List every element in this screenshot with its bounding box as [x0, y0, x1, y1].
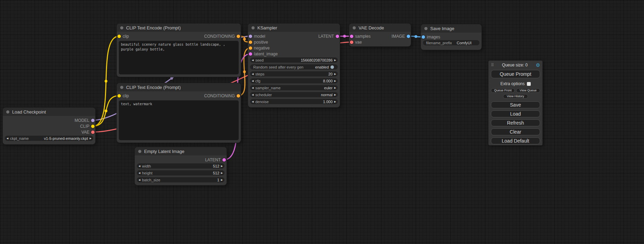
scheduler-widget[interactable]: ◀ scheduler normal ▶ [250, 92, 338, 97]
latent-output-port[interactable] [222, 158, 226, 162]
node-save-image[interactable]: Save Image images filename_prefix ComfyU… [421, 24, 482, 50]
decrement-arrow-icon[interactable]: ◀ [5, 137, 10, 140]
decrement-arrow-icon[interactable]: ◀ [250, 73, 255, 75]
clip-output-port[interactable] [91, 125, 95, 128]
decrement-arrow-icon[interactable]: ◀ [250, 59, 255, 62]
random-seed-toggle-widget[interactable]: Random seed after every gen enabled [250, 64, 338, 70]
sampler-name-widget[interactable]: ◀ sampler_name euler ▶ [250, 85, 338, 90]
samples-input-port[interactable] [350, 35, 353, 38]
node-vae-decode[interactable]: VAE Decode samples IMAGE vae [349, 24, 411, 46]
clip-input-port[interactable] [117, 94, 121, 98]
width-widget[interactable]: ◀ width 512 ▶ [137, 163, 224, 169]
latent-image-input-port[interactable] [249, 52, 252, 56]
widget-label: Random seed after every gen [253, 65, 303, 69]
node-header[interactable]: CLIP Text Encode (Prompt) [117, 83, 241, 91]
height-widget[interactable]: ◀ height 512 ▶ [137, 170, 224, 175]
increment-arrow-icon[interactable]: ▶ [219, 179, 224, 181]
slot-row: clip CONDITIONING [117, 33, 241, 39]
widget-value: v1-5-pruned-emaonly.ckpt [44, 136, 88, 141]
decrement-arrow-icon[interactable]: ◀ [137, 172, 142, 174]
node-header[interactable]: CLIP Text Encode (Prompt) [117, 24, 241, 32]
node-header[interactable]: Save Image [421, 24, 482, 33]
node-header[interactable]: KSampler [248, 24, 340, 32]
increment-arrow-icon[interactable]: ▶ [219, 172, 224, 174]
cfg-widget[interactable]: ◀ cfg 8.000 ▶ [250, 78, 338, 83]
denoise-widget[interactable]: ◀ denoise 1.000 ▶ [250, 99, 338, 104]
input-label: model [254, 34, 265, 39]
slot-row-positive: positive [248, 39, 340, 45]
widget-label: scheduler [255, 93, 272, 97]
vae-input-port[interactable] [350, 40, 353, 44]
conditioning-output-port[interactable] [237, 35, 240, 38]
node-clip-text-encode-negative[interactable]: CLIP Text Encode (Prompt) clip CONDITION… [117, 83, 241, 143]
batch-size-widget[interactable]: ◀ batch_size 1 ▶ [137, 177, 224, 182]
decrement-arrow-icon[interactable]: ◀ [250, 93, 255, 96]
input-label: vae [355, 40, 362, 45]
node-empty-latent-image[interactable]: Empty Latent Image LATENT ◀ width 512 ▶ … [135, 147, 227, 185]
negative-input-port[interactable] [249, 46, 252, 50]
positive-input-port[interactable] [249, 40, 252, 44]
latent-output-port[interactable] [336, 35, 339, 38]
queue-front-button[interactable]: Queue Front [491, 88, 515, 93]
negative-prompt-textarea[interactable]: text, watermark [119, 100, 239, 140]
vae-output-port[interactable] [91, 130, 95, 134]
decrement-arrow-icon[interactable]: ◀ [250, 87, 255, 89]
positive-prompt-textarea[interactable]: beautiful scenery nature glass bottle la… [119, 41, 239, 74]
collapse-dot-icon[interactable] [252, 26, 255, 29]
slot-row-model: model LATENT [248, 33, 340, 39]
clip-input-port[interactable] [117, 35, 121, 38]
output-label: CLIP [80, 124, 89, 129]
toggle-knob-icon[interactable] [330, 65, 334, 69]
refresh-button[interactable]: Refresh [491, 119, 540, 126]
load-button[interactable]: Load [491, 110, 540, 117]
extra-options-checkbox[interactable] [527, 82, 531, 86]
decrement-arrow-icon[interactable]: ◀ [250, 100, 255, 103]
steps-widget[interactable]: ◀ steps 20 ▶ [250, 71, 338, 76]
decrement-arrow-icon[interactable]: ◀ [137, 179, 142, 181]
collapse-dot-icon[interactable] [6, 110, 9, 114]
increment-arrow-icon[interactable]: ▶ [333, 73, 338, 75]
collapse-dot-icon[interactable] [424, 27, 427, 30]
widget-value: 512 [213, 171, 219, 175]
collapse-dot-icon[interactable] [138, 150, 141, 153]
node-ksampler[interactable]: KSampler model LATENT positive negative … [248, 24, 340, 107]
queue-prompt-button[interactable]: Queue Prompt [491, 70, 540, 78]
output-label: CONDITIONING [204, 93, 235, 98]
settings-gear-icon[interactable]: ⚙ [536, 62, 540, 68]
load-default-button[interactable]: Load Default [491, 137, 540, 144]
increment-arrow-icon[interactable]: ▶ [333, 100, 338, 103]
model-input-port[interactable] [249, 35, 252, 38]
decrement-arrow-icon[interactable]: ◀ [137, 165, 142, 168]
clear-button[interactable]: Clear [491, 128, 540, 135]
conditioning-output-port[interactable] [237, 94, 240, 98]
model-output-port[interactable] [91, 119, 95, 122]
node-clip-text-encode-positive[interactable]: CLIP Text Encode (Prompt) clip CONDITION… [117, 24, 241, 77]
widget-value: 156680208700286 [301, 58, 333, 62]
increment-arrow-icon[interactable]: ▶ [333, 87, 338, 89]
drag-handle-icon[interactable]: ⠿ [491, 63, 494, 67]
collapse-dot-icon[interactable] [120, 26, 123, 29]
node-header[interactable]: VAE Decode [349, 24, 411, 32]
increment-arrow-icon[interactable]: ▶ [88, 137, 93, 140]
widget-value: euler [324, 86, 333, 90]
filename-prefix-widget[interactable]: filename_prefix ComfyUI [423, 40, 479, 45]
view-queue-button[interactable]: View Queue [516, 88, 540, 93]
node-header[interactable]: Load Checkpoint [3, 108, 95, 116]
collapse-dot-icon[interactable] [120, 86, 123, 89]
output-label: LATENT [205, 157, 221, 162]
node-header[interactable]: Empty Latent Image [135, 147, 227, 155]
collapse-dot-icon[interactable] [353, 26, 356, 29]
increment-arrow-icon[interactable]: ▶ [219, 165, 224, 168]
ckpt-name-widget[interactable]: ◀ ckpt_name v1-5-pruned-emaonly.ckpt ▶ [5, 136, 93, 141]
decrement-arrow-icon[interactable]: ◀ [250, 80, 255, 82]
seed-widget[interactable]: ◀ seed 156680208700286 ▶ [250, 57, 338, 63]
save-button[interactable]: Save [491, 101, 540, 108]
images-input-port[interactable] [422, 35, 425, 39]
increment-arrow-icon[interactable]: ▶ [333, 93, 338, 96]
image-output-port[interactable] [407, 35, 410, 38]
view-history-button[interactable]: View History [503, 94, 528, 99]
node-load-checkpoint[interactable]: Load Checkpoint MODEL CLIP VAE ◀ ckpt_na… [3, 108, 95, 144]
increment-arrow-icon[interactable]: ▶ [333, 59, 338, 62]
output-label: LATENT [318, 34, 334, 39]
increment-arrow-icon[interactable]: ▶ [333, 80, 338, 82]
